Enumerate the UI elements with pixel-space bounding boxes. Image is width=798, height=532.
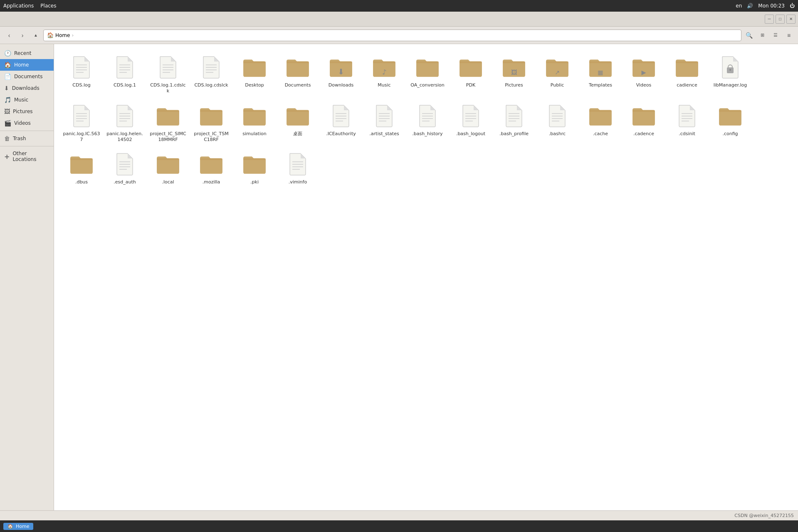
view-options-button[interactable]: ⊞ bbox=[756, 30, 768, 41]
file-item[interactable]: Documents bbox=[277, 51, 319, 98]
file-label: OA_conversion bbox=[410, 82, 445, 88]
file-item[interactable]: .bash_profile bbox=[493, 99, 535, 146]
file-item[interactable]: .esd_auth bbox=[104, 148, 146, 188]
file-item[interactable]: Desktop bbox=[234, 51, 275, 98]
file-icon bbox=[457, 54, 484, 81]
power-icon[interactable]: ⏻ bbox=[790, 3, 795, 9]
sort-button[interactable]: ☰ bbox=[770, 30, 781, 41]
file-item[interactable]: cadience bbox=[666, 51, 708, 98]
file-item[interactable]: .bash_history bbox=[407, 99, 448, 146]
file-icon bbox=[717, 103, 744, 129]
restore-button[interactable]: □ bbox=[776, 15, 785, 24]
file-item[interactable]: .ICEauthority bbox=[320, 99, 362, 146]
file-item[interactable]: OA_conversion bbox=[407, 51, 448, 98]
videos-icon: 🎬 bbox=[4, 120, 11, 126]
places-menu[interactable]: Places bbox=[40, 3, 56, 9]
sidebar-item-other-locations[interactable]: + Other Locations bbox=[0, 148, 54, 165]
file-item[interactable]: panic.log.helen.14502 bbox=[104, 99, 146, 146]
file-item[interactable]: simulation bbox=[234, 99, 275, 146]
file-item[interactable]: .bashrc bbox=[536, 99, 578, 146]
sidebar-item-home[interactable]: 🏠 Home bbox=[0, 59, 54, 71]
svg-text:▶: ▶ bbox=[641, 69, 646, 76]
file-item[interactable]: project_IC_TSMC18RF bbox=[190, 99, 232, 146]
file-item[interactable]: .pki bbox=[234, 148, 275, 188]
title-bar: ─ □ ✕ bbox=[0, 12, 798, 27]
file-icon bbox=[241, 103, 268, 129]
sidebar-label-other-locations: Other Locations bbox=[12, 151, 49, 162]
file-icon bbox=[457, 103, 484, 129]
sidebar-label-music: Music bbox=[14, 97, 28, 103]
file-label: CDS.log.1 bbox=[114, 82, 136, 88]
minimize-button[interactable]: ─ bbox=[765, 15, 774, 24]
file-icon bbox=[544, 103, 571, 129]
sidebar-item-pictures[interactable]: 🖼 Pictures bbox=[0, 106, 54, 117]
sidebar-label-home: Home bbox=[14, 62, 29, 68]
sidebar-item-documents[interactable]: 📄 Documents bbox=[0, 71, 54, 82]
file-icon bbox=[241, 54, 268, 81]
svg-text:↗: ↗ bbox=[555, 69, 560, 76]
file-label: .cache bbox=[593, 131, 608, 137]
file-item[interactable]: .artist_states bbox=[363, 99, 405, 146]
file-item[interactable]: .cadence bbox=[623, 99, 665, 146]
file-item[interactable]: CDS.log.1 bbox=[104, 51, 146, 98]
taskbar-home-label: Home bbox=[16, 524, 29, 529]
sidebar-item-music[interactable]: 🎵 Music bbox=[0, 94, 54, 106]
file-item[interactable]: libManager.log bbox=[709, 51, 751, 98]
file-item[interactable]: CDS.log.cdslck bbox=[190, 51, 232, 98]
back-button[interactable]: ‹ bbox=[3, 30, 15, 41]
taskbar-home[interactable]: 🏠 Home bbox=[3, 523, 33, 530]
sidebar-item-recent[interactable]: 🕐 Recent bbox=[0, 47, 54, 59]
file-item[interactable]: .viminfo bbox=[277, 148, 319, 188]
svg-text:🖼: 🖼 bbox=[511, 69, 517, 76]
file-item[interactable]: ▶ Videos bbox=[623, 51, 665, 98]
file-item[interactable]: .bash_logout bbox=[450, 99, 492, 146]
file-item[interactable]: project_IC_SIMC18MMRF bbox=[147, 99, 189, 146]
file-grid: CDS.log CDS.log.1 CDS.log.1.cdslck CDS.l… bbox=[61, 51, 791, 188]
file-icon bbox=[198, 54, 225, 81]
sidebar-item-downloads[interactable]: ⬇ Downloads bbox=[0, 82, 54, 94]
pictures-icon: 🖼 bbox=[4, 108, 10, 115]
volume-icon[interactable]: 🔊 bbox=[747, 3, 753, 9]
file-icon bbox=[155, 54, 181, 81]
file-icon bbox=[241, 151, 268, 178]
file-item[interactable]: CDS.log.1.cdslck bbox=[147, 51, 189, 98]
sidebar-item-trash[interactable]: 🗑 Trash bbox=[0, 133, 54, 144]
file-label: .mozilla bbox=[203, 179, 220, 185]
file-item[interactable]: CDS.log bbox=[61, 51, 102, 98]
file-item[interactable]: ▦ Templates bbox=[580, 51, 621, 98]
location-bar: 🏠 Home › bbox=[43, 30, 741, 41]
file-icon: ♪ bbox=[371, 54, 398, 81]
file-item[interactable]: panic.log.IC.5637 bbox=[61, 99, 102, 146]
sidebar-item-videos[interactable]: 🎬 Videos bbox=[0, 117, 54, 129]
svg-point-24 bbox=[729, 69, 731, 71]
file-item[interactable]: .mozilla bbox=[190, 148, 232, 188]
file-item[interactable]: .dbus bbox=[61, 148, 102, 188]
file-icon bbox=[414, 103, 441, 129]
file-item[interactable]: .cache bbox=[580, 99, 621, 146]
search-button[interactable]: 🔍 bbox=[743, 30, 755, 41]
file-item[interactable]: PDK bbox=[450, 51, 492, 98]
file-icon bbox=[328, 103, 354, 129]
up-button[interactable]: ▲ bbox=[30, 30, 42, 41]
file-item[interactable]: 桌面 bbox=[277, 99, 319, 146]
file-label: .viminfo bbox=[289, 179, 307, 185]
svg-text:⬇: ⬇ bbox=[338, 67, 344, 76]
file-item[interactable]: .local bbox=[147, 148, 189, 188]
file-label: .cdsinit bbox=[679, 131, 695, 137]
file-item[interactable]: ♪ Music bbox=[363, 51, 405, 98]
close-button[interactable]: ✕ bbox=[786, 15, 796, 24]
system-bar-left: Applications Places bbox=[3, 3, 56, 9]
file-icon bbox=[111, 151, 138, 178]
applications-menu[interactable]: Applications bbox=[3, 3, 34, 9]
svg-text:♪: ♪ bbox=[382, 68, 387, 76]
file-item[interactable]: ↗ Public bbox=[536, 51, 578, 98]
file-icon bbox=[587, 103, 614, 129]
file-item[interactable]: .cdsinit bbox=[666, 99, 708, 146]
file-icon: ↗ bbox=[544, 54, 571, 81]
menu-button[interactable]: ≡ bbox=[783, 30, 795, 41]
file-item[interactable]: 🖼 Pictures bbox=[493, 51, 535, 98]
file-icon bbox=[198, 103, 225, 129]
file-item[interactable]: .config bbox=[709, 99, 751, 146]
file-item[interactable]: ⬇ Downloads bbox=[320, 51, 362, 98]
forward-button[interactable]: › bbox=[17, 30, 28, 41]
